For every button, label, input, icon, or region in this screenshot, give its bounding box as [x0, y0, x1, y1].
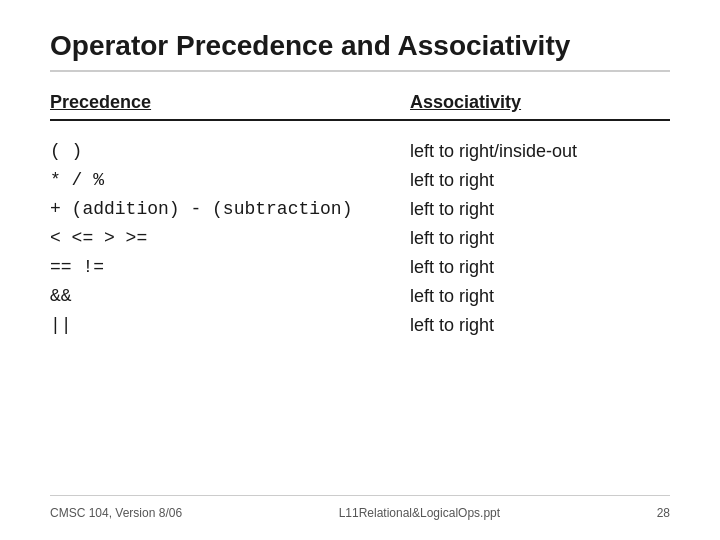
table-area: Precedence Associativity ( )left to righ…	[50, 92, 670, 495]
footer-right: 28	[657, 506, 670, 520]
precedence-header-label: Precedence	[50, 92, 151, 112]
precedence-header-cell: Precedence	[50, 92, 410, 113]
associativity-header-cell: Associativity	[410, 92, 670, 113]
associativity-cell: left to right	[410, 286, 670, 307]
slide: Operator Precedence and Associativity Pr…	[0, 0, 720, 540]
footer-center: L11Relational&LogicalOps.ppt	[339, 506, 500, 520]
associativity-cell: left to right	[410, 257, 670, 278]
precedence-cell: * / %	[50, 170, 410, 191]
precedence-cell: < <= > >=	[50, 228, 410, 249]
table-row: * / %left to right	[50, 166, 670, 195]
associativity-cell: left to right	[410, 228, 670, 249]
table-row: < <= > >=left to right	[50, 224, 670, 253]
associativity-cell: left to right	[410, 199, 670, 220]
associativity-header-label: Associativity	[410, 92, 521, 112]
precedence-cell: ( )	[50, 141, 410, 162]
associativity-cell: left to right	[410, 170, 670, 191]
table-row: == !=left to right	[50, 253, 670, 282]
precedence-cell: ||	[50, 315, 410, 336]
precedence-cell: &&	[50, 286, 410, 307]
slide-title: Operator Precedence and Associativity	[50, 30, 670, 72]
table-row: ( )left to right/inside-out	[50, 137, 670, 166]
footer-left: CMSC 104, Version 8/06	[50, 506, 182, 520]
precedence-cell: + (addition) - (subtraction)	[50, 199, 410, 220]
table-row: + (addition) - (subtraction)left to righ…	[50, 195, 670, 224]
data-rows: ( )left to right/inside-out* / %left to …	[50, 137, 670, 340]
table-header: Precedence Associativity	[50, 92, 670, 121]
table-row: ||left to right	[50, 311, 670, 340]
associativity-cell: left to right	[410, 315, 670, 336]
footer: CMSC 104, Version 8/06 L11Relational&Log…	[50, 495, 670, 520]
associativity-cell: left to right/inside-out	[410, 141, 670, 162]
table-row: &&left to right	[50, 282, 670, 311]
precedence-cell: == !=	[50, 257, 410, 278]
